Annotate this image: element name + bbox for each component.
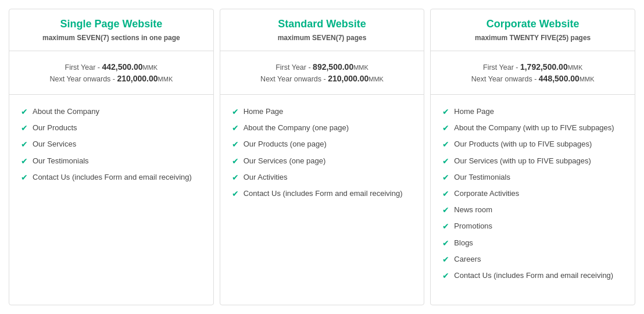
list-item: ✔Contact Us (includes Form and email rec… <box>21 172 202 183</box>
card-header-standard: Standard Websitemaximum SEVEN(7) pages <box>220 9 424 51</box>
list-item: ✔Home Page <box>232 106 413 117</box>
card-subtitle-standard: maximum SEVEN(7) pages <box>232 34 413 42</box>
card-header-corporate: Corporate Websitemaximum TWENTY FIVE(25)… <box>431 9 635 51</box>
card-title-standard: Standard Website <box>232 18 413 30</box>
feature-text: Our Testimonials <box>454 172 510 183</box>
feature-text: About the Company (with up to FIVE subpa… <box>454 123 614 133</box>
feature-text: Contact Us (includes Form and email rece… <box>244 188 403 199</box>
list-item: ✔Home Page <box>442 106 623 117</box>
list-item: ✔Contact Us (includes Form and email rec… <box>232 188 413 199</box>
next-year-price-standard: Next Year onwards - 210,000.00MMK <box>232 74 413 83</box>
check-icon: ✔ <box>442 222 449 231</box>
card-subtitle-single-page: maximum SEVEN(7) sections in one page <box>21 34 202 42</box>
card-pricing-single-page: First Year - 442,500.00MMKNext Year onwa… <box>9 51 213 95</box>
list-item: ✔Corporate Activities <box>442 188 623 199</box>
check-icon: ✔ <box>232 156 239 166</box>
card-title-single-page: Single Page Website <box>21 18 202 30</box>
feature-text: Our Activities <box>244 172 288 183</box>
check-icon: ✔ <box>442 271 449 280</box>
pricing-container: Single Page Websitemaximum SEVEN(7) sect… <box>0 0 644 314</box>
list-item: ✔Our Products (with up to FIVE subpages) <box>442 139 623 149</box>
check-icon: ✔ <box>232 123 239 133</box>
list-item: ✔Promotions <box>442 221 623 231</box>
list-item: ✔News room <box>442 205 623 215</box>
check-icon: ✔ <box>442 123 449 133</box>
check-icon: ✔ <box>21 140 28 149</box>
feature-text: Blogs <box>454 238 473 248</box>
list-item: ✔About the Company (one page) <box>232 123 413 133</box>
check-icon: ✔ <box>442 255 449 264</box>
feature-text: Careers <box>454 254 481 265</box>
feature-text: Our Products (one page) <box>244 139 327 149</box>
next-year-price-corporate: Next Year onwards - 448,500.00MMK <box>442 74 623 83</box>
list-item: ✔Blogs <box>442 238 623 248</box>
check-icon: ✔ <box>442 156 449 166</box>
list-item: ✔About the Company <box>21 106 202 117</box>
check-icon: ✔ <box>21 173 28 182</box>
pricing-card-single-page: Single Page Websitemaximum SEVEN(7) sect… <box>9 9 214 305</box>
feature-text: Promotions <box>454 221 492 231</box>
check-icon: ✔ <box>232 140 239 149</box>
check-icon: ✔ <box>442 140 449 149</box>
feature-text: Our Testimonials <box>33 156 89 166</box>
feature-text: Home Page <box>244 106 284 117</box>
card-features-single-page: ✔About the Company✔Our Products✔Our Serv… <box>9 95 213 305</box>
check-icon: ✔ <box>21 123 28 133</box>
list-item: ✔Our Products (one page) <box>232 139 413 149</box>
pricing-card-standard: Standard Websitemaximum SEVEN(7) pagesFi… <box>220 9 425 305</box>
list-item: ✔Our Testimonials <box>21 156 202 166</box>
list-item: ✔About the Company (with up to FIVE subp… <box>442 123 623 133</box>
feature-text: Contact Us (includes Form and email rece… <box>33 172 192 183</box>
feature-text: Our Services (with up to FIVE subpages) <box>454 156 591 166</box>
card-pricing-corporate: First Year - 1,792,500.00MMKNext Year on… <box>431 51 635 95</box>
check-icon: ✔ <box>232 189 239 198</box>
next-year-price-single-page: Next Year onwards - 210,000.00MMK <box>21 74 202 83</box>
check-icon: ✔ <box>21 156 28 166</box>
feature-text: About the Company <box>33 106 99 117</box>
check-icon: ✔ <box>21 107 28 116</box>
feature-text: Corporate Activities <box>454 188 519 199</box>
card-header-single-page: Single Page Websitemaximum SEVEN(7) sect… <box>9 9 213 51</box>
check-icon: ✔ <box>442 173 449 182</box>
feature-text: About the Company (one page) <box>244 123 349 133</box>
card-features-standard: ✔Home Page✔About the Company (one page)✔… <box>220 95 424 305</box>
feature-text: Home Page <box>454 106 494 117</box>
check-icon: ✔ <box>232 107 239 116</box>
list-item: ✔Our Testimonials <box>442 172 623 183</box>
list-item: ✔Our Services <box>21 139 202 149</box>
first-year-price-standard: First Year - 892,500.00MMK <box>232 62 413 72</box>
feature-text: News room <box>454 205 492 215</box>
feature-text: Our Products <box>33 123 77 133</box>
first-year-price-corporate: First Year - 1,792,500.00MMK <box>442 62 623 72</box>
feature-text: Our Products (with up to FIVE subpages) <box>454 139 592 149</box>
card-title-corporate: Corporate Website <box>442 18 623 30</box>
card-features-corporate: ✔Home Page✔About the Company (with up to… <box>431 95 635 305</box>
first-year-price-single-page: First Year - 442,500.00MMK <box>21 62 202 72</box>
check-icon: ✔ <box>442 107 449 116</box>
check-icon: ✔ <box>442 205 449 215</box>
list-item: ✔Contact Us (includes Form and email rec… <box>442 270 623 281</box>
card-subtitle-corporate: maximum TWENTY FIVE(25) pages <box>442 34 623 42</box>
list-item: ✔Careers <box>442 254 623 265</box>
card-pricing-standard: First Year - 892,500.00MMKNext Year onwa… <box>220 51 424 95</box>
list-item: ✔Our Products <box>21 123 202 133</box>
list-item: ✔Our Activities <box>232 172 413 183</box>
feature-text: Contact Us (includes Form and email rece… <box>454 270 613 281</box>
check-icon: ✔ <box>232 173 239 182</box>
feature-text: Our Services (one page) <box>244 156 326 166</box>
feature-text: Our Services <box>33 139 76 149</box>
list-item: ✔Our Services (with up to FIVE subpages) <box>442 156 623 166</box>
check-icon: ✔ <box>442 189 449 198</box>
check-icon: ✔ <box>442 238 449 248</box>
list-item: ✔Our Services (one page) <box>232 156 413 166</box>
pricing-card-corporate: Corporate Websitemaximum TWENTY FIVE(25)… <box>430 9 635 305</box>
